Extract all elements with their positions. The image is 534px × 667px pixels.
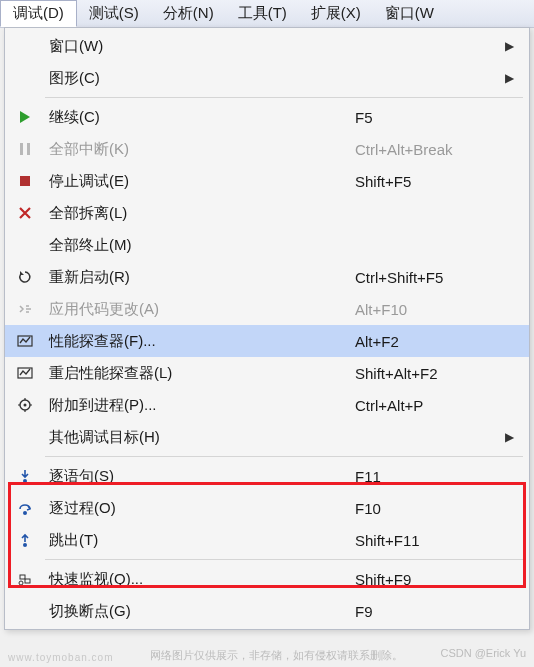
svg-point-8 [23,511,27,515]
profiler-icon [5,333,45,349]
play-icon [5,109,45,125]
menubar-label: 测试(S) [89,4,139,23]
menu-item-detach-all[interactable]: 全部拆离(L) [5,197,529,229]
menu-label: 窗口(W) [45,37,355,56]
menu-item-graphics[interactable]: 图形(C) ▶ [5,62,529,94]
menu-item-step-into[interactable]: 逐语句(S) F11 [5,460,529,492]
menu-label: 性能探查器(F)... [45,332,355,351]
menu-label: 应用代码更改(A) [45,300,355,319]
svg-point-12 [19,581,23,585]
menubar: 调试(D) 测试(S) 分析(N) 工具(T) 扩展(X) 窗口(W [0,0,534,28]
menu-shortcut: Ctrl+Alt+Break [355,141,505,158]
stop-icon [5,173,45,189]
menu-item-other-targets[interactable]: 其他调试目标(H) ▶ [5,421,529,453]
svg-point-7 [23,479,27,483]
menubar-label: 窗口(W [385,4,434,23]
menu-label: 全部终止(M) [45,236,355,255]
menu-shortcut: Shift+Alt+F2 [355,365,505,382]
menu-item-performance-profiler[interactable]: 性能探查器(F)... Alt+F2 [5,325,529,357]
menu-shortcut: F9 [355,603,505,620]
menu-label: 全部拆离(L) [45,204,355,223]
menu-item-step-out[interactable]: 跳出(T) Shift+F11 [5,524,529,556]
menu-item-stop-debug[interactable]: 停止调试(E) Shift+F5 [5,165,529,197]
menu-shortcut: F10 [355,500,505,517]
svg-rect-11 [25,579,30,583]
menu-shortcut: Ctrl+Shift+F5 [355,269,505,286]
menu-label: 继续(C) [45,108,355,127]
watermark: 网络图片仅供展示，非存储，如有侵权请联系删除。 [150,648,403,663]
menu-separator [45,97,523,98]
close-icon [5,205,45,221]
menu-label: 逐过程(O) [45,499,355,518]
menu-shortcut: Ctrl+Alt+P [355,397,505,414]
watermark: www.toymoban.com [8,652,113,663]
menubar-item-window[interactable]: 窗口(W [373,0,446,27]
menu-item-attach-process[interactable]: 附加到进程(P)... Ctrl+Alt+P [5,389,529,421]
profiler-icon [5,365,45,381]
code-refresh-icon [5,301,45,317]
menu-label: 重启性能探查器(L) [45,364,355,383]
menu-item-toggle-breakpoint[interactable]: 切换断点(G) F9 [5,595,529,627]
svg-rect-1 [27,143,30,155]
menu-label: 附加到进程(P)... [45,396,355,415]
menu-item-terminate-all[interactable]: 全部终止(M) [5,229,529,261]
menu-label: 停止调试(E) [45,172,355,191]
menu-item-step-over[interactable]: 逐过程(O) F10 [5,492,529,524]
step-over-icon [5,500,45,516]
menubar-item-tools[interactable]: 工具(T) [226,0,299,27]
menubar-label: 调试(D) [13,4,64,23]
chevron-right-icon: ▶ [505,39,521,53]
menubar-label: 扩展(X) [311,4,361,23]
menu-shortcut: F11 [355,468,505,485]
menu-item-quickwatch[interactable]: 快速监视(Q)... Shift+F9 [5,563,529,595]
menu-label: 重新启动(R) [45,268,355,287]
menu-shortcut: Alt+F10 [355,301,505,318]
menubar-item-debug[interactable]: 调试(D) [0,0,77,27]
menu-item-apply-code-change[interactable]: 应用代码更改(A) Alt+F10 [5,293,529,325]
menu-shortcut: Alt+F2 [355,333,505,350]
menu-item-window[interactable]: 窗口(W) ▶ [5,30,529,62]
svg-rect-2 [20,176,30,186]
chevron-right-icon: ▶ [505,430,521,444]
menu-item-break-all[interactable]: 全部中断(K) Ctrl+Alt+Break [5,133,529,165]
menu-item-continue[interactable]: 继续(C) F5 [5,101,529,133]
menubar-item-test[interactable]: 测试(S) [77,0,151,27]
menubar-item-analyze[interactable]: 分析(N) [151,0,226,27]
menu-label: 其他调试目标(H) [45,428,355,447]
svg-point-6 [24,404,27,407]
menu-shortcut: F5 [355,109,505,126]
menubar-label: 分析(N) [163,4,214,23]
menu-label: 快速监视(Q)... [45,570,355,589]
svg-rect-10 [20,575,25,579]
watermark: CSDN @Erick Yu [440,647,526,659]
restart-icon [5,269,45,285]
pause-icon [5,141,45,157]
step-into-icon [5,468,45,484]
menu-label: 切换断点(G) [45,602,355,621]
menu-label: 跳出(T) [45,531,355,550]
menu-shortcut: Shift+F9 [355,571,505,588]
menubar-item-extensions[interactable]: 扩展(X) [299,0,373,27]
menu-item-restart-profiler[interactable]: 重启性能探查器(L) Shift+Alt+F2 [5,357,529,389]
menu-label: 全部中断(K) [45,140,355,159]
svg-rect-0 [20,143,23,155]
menu-separator [45,456,523,457]
attach-icon [5,397,45,413]
svg-point-9 [23,543,27,547]
menubar-label: 工具(T) [238,4,287,23]
menu-shortcut: Shift+F5 [355,173,505,190]
step-out-icon [5,532,45,548]
menu-label: 图形(C) [45,69,355,88]
menu-item-restart[interactable]: 重新启动(R) Ctrl+Shift+F5 [5,261,529,293]
debug-dropdown: 窗口(W) ▶ 图形(C) ▶ 继续(C) F5 全部中断(K) Ctrl+Al… [4,27,530,630]
menu-separator [45,559,523,560]
menu-shortcut: Shift+F11 [355,532,505,549]
watch-icon [5,571,45,587]
chevron-right-icon: ▶ [505,71,521,85]
menu-label: 逐语句(S) [45,467,355,486]
